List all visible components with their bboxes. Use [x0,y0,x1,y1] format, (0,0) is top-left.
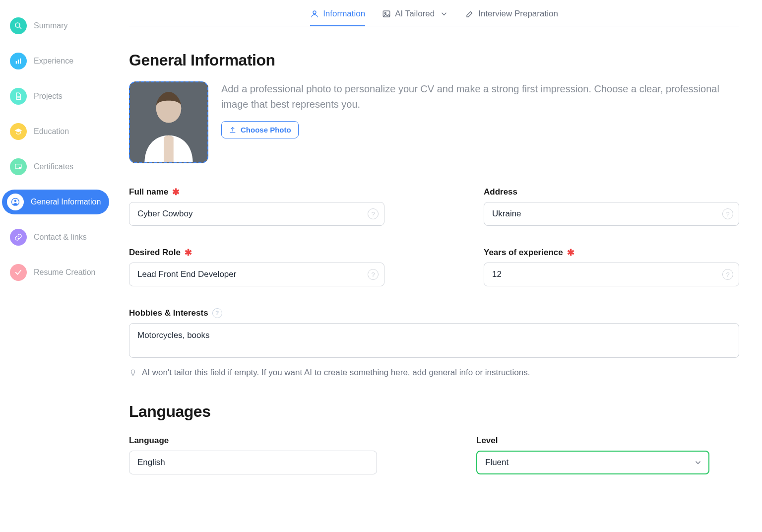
svg-rect-4 [20,59,21,64]
label-language: Language [129,436,169,446]
help-icon[interactable]: ? [368,208,379,219]
help-icon[interactable]: ? [368,269,379,280]
graduation-cap-icon [10,123,27,140]
sidebar-item-summary[interactable]: Summary [0,13,129,38]
photo-description: Add a professional photo to personalize … [221,81,722,112]
tab-label: Information [323,9,365,19]
document-icon [10,88,27,105]
main-content: Information AI Tailored Interview Prepar… [129,0,762,532]
required-asterisk: ✱ [567,248,574,257]
select-level[interactable] [476,451,709,474]
sidebar-item-label: Resume Creation [34,268,96,277]
sidebar-item-label: Certificates [34,162,73,171]
sidebar: Summary Experience Projects Education Ce… [0,0,129,532]
sidebar-item-label: Experience [34,57,73,66]
chevron-down-icon [440,9,448,18]
svg-point-10 [14,200,17,202]
tab-ai-tailored[interactable]: AI Tailored [382,9,448,26]
tab-information[interactable]: Information [310,9,365,26]
svg-point-11 [313,11,316,14]
field-full-name: Full name ✱ ? [129,187,384,226]
profile-photo-dropzone[interactable] [129,81,208,163]
input-language[interactable] [129,451,377,474]
magnifier-icon [10,17,27,34]
edit-icon [465,9,474,18]
field-desired-role: Desired Role ✱ ? [129,248,384,286]
field-years-experience: Years of experience ✱ ? [484,248,739,286]
sidebar-item-label: Projects [34,92,63,101]
sidebar-item-experience[interactable]: Experience [0,49,129,73]
sidebar-item-label: Contact & links [34,233,87,242]
choose-photo-button[interactable]: Choose Photo [221,121,299,138]
sidebar-item-contact-links[interactable]: Contact & links [0,225,129,250]
svg-point-0 [15,23,20,27]
link-icon [10,229,27,246]
profile-photo-placeholder [130,82,207,162]
section-title-general: General Information [129,51,739,69]
label-full-name: Full name [129,187,168,197]
input-full-name[interactable] [129,202,384,226]
certificate-icon [10,158,27,175]
help-icon[interactable]: ? [722,208,733,219]
svg-rect-3 [18,60,19,64]
sidebar-item-certificates[interactable]: Certificates [0,154,129,179]
input-desired-role[interactable] [129,263,384,286]
textarea-hobbies[interactable] [129,323,739,358]
choose-photo-label: Choose Photo [241,126,291,134]
help-icon[interactable]: ? [722,269,733,280]
svg-point-13 [384,12,386,14]
person-icon [310,9,319,18]
svg-line-1 [19,27,21,29]
bar-chart-icon [10,53,27,69]
label-years-experience: Years of experience [484,248,563,258]
section-title-languages: Languages [129,402,739,421]
field-hobbies: Hobbies & Interests ? AI won't tailor th… [129,308,739,378]
svg-rect-2 [16,61,17,64]
tab-interview-preparation[interactable]: Interview Preparation [465,9,558,26]
image-icon [382,9,391,18]
tab-label: Interview Preparation [478,9,558,19]
person-circle-icon [7,194,24,210]
sidebar-item-label: General Information [31,198,101,206]
sidebar-item-education[interactable]: Education [0,119,129,144]
required-asterisk: ✱ [185,248,192,257]
sidebar-item-projects[interactable]: Projects [0,84,129,109]
help-icon[interactable]: ? [212,308,222,318]
svg-point-8 [19,167,21,169]
label-address: Address [484,187,517,197]
hobbies-hint: AI won't tailor this field if empty. If … [129,368,739,378]
hint-text: AI won't tailor this field if empty. If … [142,368,530,378]
sidebar-item-label: Education [34,127,69,136]
input-years-experience[interactable] [484,263,739,286]
lightbulb-icon [129,369,137,377]
top-tabs: Information AI Tailored Interview Prepar… [129,0,739,26]
input-address[interactable] [484,202,739,226]
label-desired-role: Desired Role [129,248,181,258]
tab-label: AI Tailored [395,9,435,19]
sidebar-item-resume-creation[interactable]: Resume Creation [0,260,129,285]
field-level: Level [476,436,709,474]
upload-icon [229,126,237,134]
label-level: Level [476,436,498,446]
sidebar-item-general-information[interactable]: General Information [2,190,109,214]
field-language: Language [129,436,377,474]
required-asterisk: ✱ [172,188,180,197]
chevron-down-icon [694,458,702,467]
label-hobbies: Hobbies & Interests [129,308,208,318]
check-icon [10,264,27,281]
field-address: Address ? [484,187,739,226]
sidebar-item-label: Summary [34,21,67,30]
